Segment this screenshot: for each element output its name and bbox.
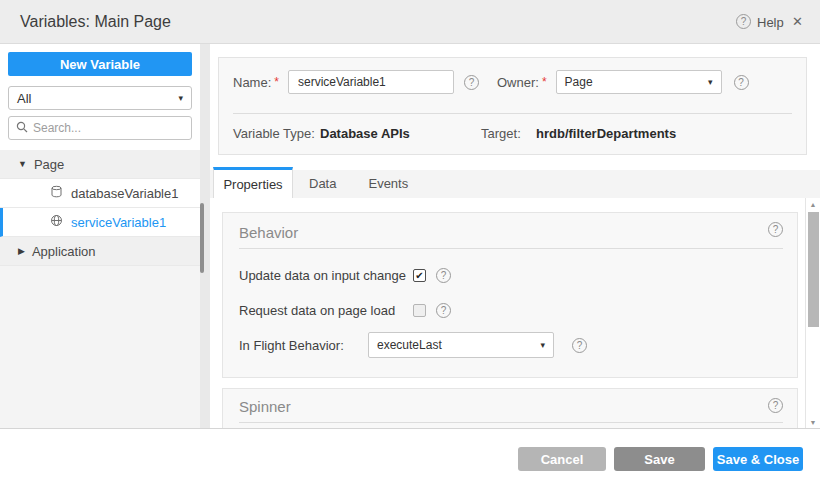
request-data-checkbox[interactable]: ✔ xyxy=(413,304,426,317)
tree-item-label: serviceVariable1 xyxy=(71,215,166,230)
properties-scrollbar-thumb[interactable] xyxy=(808,212,819,327)
detail-tabs: Properties Data Events xyxy=(210,170,820,198)
request-data-help-icon[interactable]: ? xyxy=(436,303,451,318)
search-icon xyxy=(16,119,28,137)
chevron-down-icon: ▾ xyxy=(178,93,183,103)
service-variable-globe-icon xyxy=(50,214,63,230)
tree-group-application[interactable]: ▶ Application xyxy=(0,237,200,266)
save-button[interactable]: Save xyxy=(614,447,705,471)
in-flight-row: In Flight Behavior: executeLast ▾ ? xyxy=(239,332,587,358)
sidebar-scrollbar-thumb[interactable] xyxy=(200,203,204,273)
tree-group-label: Application xyxy=(32,244,96,259)
cancel-button[interactable]: Cancel xyxy=(518,447,606,471)
update-data-label: Update data on input change xyxy=(239,268,413,283)
behavior-section: Behavior ? Update data on input change ✔… xyxy=(222,212,798,378)
tree-item-label: databaseVariable1 xyxy=(71,186,178,201)
tree-item-serviceVariable1[interactable]: serviceVariable1 xyxy=(0,208,200,237)
spinner-section: Spinner ? xyxy=(222,388,798,429)
close-icon[interactable]: ✕ xyxy=(792,14,803,29)
request-data-row: Request data on page load ✔ ? xyxy=(239,303,451,318)
in-flight-dropdown[interactable]: executeLast ▾ xyxy=(368,332,554,358)
update-data-checkbox[interactable]: ✔ xyxy=(413,269,426,282)
search-input[interactable] xyxy=(33,121,173,135)
form-divider xyxy=(233,113,792,114)
check-icon: ✔ xyxy=(415,270,423,281)
database-variable-icon xyxy=(50,185,63,201)
variable-filter-value: All xyxy=(17,91,31,106)
help-link[interactable]: Help xyxy=(757,15,784,30)
name-owner-row: Name: * ? Owner: * Page ▾ ? xyxy=(233,69,749,95)
variable-summary-box: Name: * ? Owner: * Page ▾ ? Variable Typ… xyxy=(218,57,807,155)
section-divider xyxy=(239,248,783,249)
section-divider xyxy=(239,422,783,423)
dialog-footer: Cancel Save Save & Close xyxy=(0,430,820,487)
properties-scrollbar: ▲ ▼ xyxy=(805,198,820,429)
save-and-close-button[interactable]: Save & Close xyxy=(713,447,803,471)
owner-help-icon[interactable]: ? xyxy=(734,75,749,90)
tab-data[interactable]: Data xyxy=(293,170,352,198)
owner-dropdown[interactable]: Page ▾ xyxy=(556,70,722,94)
variable-type-label: Variable Type: xyxy=(233,126,315,141)
chevron-down-icon: ▾ xyxy=(540,340,545,350)
help-icon[interactable]: ? xyxy=(736,14,751,29)
in-flight-label: In Flight Behavior: xyxy=(239,338,368,353)
variable-detail-panel: Name: * ? Owner: * Page ▾ ? Variable Typ… xyxy=(210,44,820,429)
owner-label: Owner: xyxy=(497,75,539,90)
variables-tree: ▼ Page databaseVariable1 serviceVariable… xyxy=(0,150,200,266)
request-data-label: Request data on page load xyxy=(239,303,413,318)
target-value: hrdb/filterDepartments xyxy=(536,126,676,141)
spinner-help-icon[interactable]: ? xyxy=(768,398,783,413)
page-title: Variables: Main Page xyxy=(20,0,171,44)
dialog-header: Variables: Main Page ? Help ✕ xyxy=(0,0,820,44)
behavior-section-title: Behavior xyxy=(239,224,298,241)
variable-filter-dropdown[interactable]: All ▾ xyxy=(8,86,192,110)
tab-properties[interactable]: Properties xyxy=(213,167,293,198)
chevron-down-icon: ▾ xyxy=(708,77,713,87)
owner-value: Page xyxy=(565,75,593,89)
triangle-down-icon: ▼ xyxy=(18,159,27,169)
name-label: Name: xyxy=(233,75,271,90)
required-marker: * xyxy=(274,75,279,89)
variables-dialog: Variables: Main Page ? Help ✕ New Variab… xyxy=(0,0,820,487)
in-flight-help-icon[interactable]: ? xyxy=(572,338,587,353)
spinner-section-title: Spinner xyxy=(239,398,291,415)
name-input[interactable] xyxy=(288,70,454,94)
tree-group-page[interactable]: ▼ Page xyxy=(0,150,200,179)
target-label: Target: xyxy=(481,126,521,141)
scroll-down-icon[interactable]: ▼ xyxy=(806,419,820,426)
scroll-up-icon[interactable]: ▲ xyxy=(806,201,820,208)
tree-empty-area xyxy=(0,266,200,429)
new-variable-button[interactable]: New Variable xyxy=(8,52,192,76)
tab-events[interactable]: Events xyxy=(352,170,424,198)
search-box xyxy=(8,116,192,140)
triangle-right-icon: ▶ xyxy=(18,246,25,256)
update-data-help-icon[interactable]: ? xyxy=(436,268,451,283)
variables-sidebar: New Variable All ▾ ▼ Page databaseVariab… xyxy=(0,44,200,429)
tree-item-databaseVariable1[interactable]: databaseVariable1 xyxy=(0,179,200,208)
in-flight-value: executeLast xyxy=(377,338,442,352)
behavior-help-icon[interactable]: ? xyxy=(768,222,783,237)
required-marker: * xyxy=(542,75,547,89)
tree-group-label: Page xyxy=(34,157,64,172)
variable-type-value: Database APIs xyxy=(320,126,410,141)
update-data-row: Update data on input change ✔ ? xyxy=(239,268,451,283)
name-help-icon[interactable]: ? xyxy=(464,75,479,90)
